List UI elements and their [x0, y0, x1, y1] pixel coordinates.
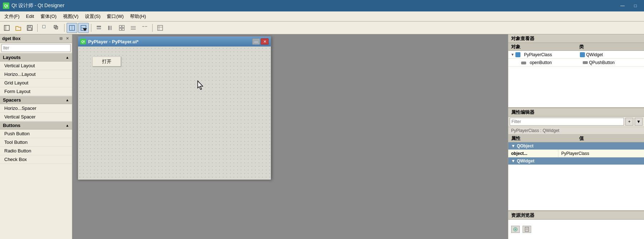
oi-cell-openbutton-type: QPushButton [581, 60, 644, 65]
toolbar-layout1[interactable] [67, 23, 77, 33]
oi-cell-class-type: QWidget [578, 52, 644, 57]
widget-box-float-btn[interactable]: ⊟ [58, 36, 63, 41]
svg-rect-16 [110, 26, 112, 30]
oi-cell-openbutton-name: openButton [528, 60, 581, 65]
toolbar-grid-layout[interactable] [116, 23, 127, 33]
widget-box-header: dget Box ⊟ ✕ [0, 34, 72, 43]
pe-dropdown-btn[interactable]: ▼ [635, 118, 643, 126]
oi-columns: 对象 类 [508, 43, 644, 51]
oi-cell-class-name: PyPlayerClass [522, 52, 578, 57]
pe-row-objectname[interactable]: object... PyPlayerClass [508, 150, 644, 157]
widget-check-box[interactable]: Check Box [0, 155, 72, 164]
widget-grid-layout[interactable]: Grid Layout [0, 79, 72, 87]
menu-file[interactable]: 文件(F) [1, 13, 23, 20]
oi-row-pyplayer[interactable]: ▼ PyPlayerClass QWidget [508, 51, 644, 59]
designer-window-controls: — ✕ [252, 38, 269, 45]
category-spacers-arrow: ▲ [66, 98, 69, 102]
menu-view[interactable]: 视图(V) [60, 13, 81, 20]
toolbar-sep-2 [64, 24, 64, 32]
toolbar-save[interactable] [24, 23, 35, 33]
rb-edit-btn[interactable] [511, 226, 520, 233]
svg-rect-3 [28, 25, 30, 27]
svg-rect-15 [108, 26, 110, 30]
pe-col-attr: 属性 [508, 135, 576, 142]
menu-form[interactable]: 窗体(O) [38, 13, 59, 20]
designer-window-titlebar: Qt PyPlayer - PyPlayer.ui* — ✕ [78, 36, 271, 47]
oi-col-class: 类 [576, 44, 644, 50]
menu-edit[interactable]: Edit [23, 13, 37, 20]
menu-help[interactable]: 帮助(H) [127, 13, 149, 20]
widget-box: dget Box ⊟ ✕ Layouts ▲ Vertical Layout H… [0, 34, 72, 239]
widget-radio-button[interactable]: Radio Button [0, 147, 72, 155]
svg-rect-32 [525, 227, 529, 231]
pe-add-btn[interactable]: + [625, 118, 633, 126]
svg-rect-18 [122, 25, 124, 28]
object-inspector: 对象查看器 对象 类 ▼ PyPlayerClass QWidget [508, 34, 644, 108]
widget-box-close-btn[interactable]: ✕ [65, 36, 70, 41]
pe-section-qwidget-expand: ▼ [511, 158, 515, 164]
window-controls: — □ [617, 2, 641, 9]
toolbar-horiz-layout[interactable] [105, 23, 116, 33]
canvas-area[interactable]: Qt PyPlayer - PyPlayer.ui* — ✕ 打开 [72, 34, 508, 239]
svg-rect-17 [119, 25, 121, 28]
main-area: dget Box ⊟ ✕ Layouts ▲ Vertical Layout H… [0, 34, 644, 239]
toolbar-adjust[interactable] [155, 23, 165, 33]
toolbar [0, 21, 644, 34]
category-layouts[interactable]: Layouts ▲ [0, 53, 72, 62]
category-buttons[interactable]: Buttons ▲ [0, 121, 72, 130]
svg-rect-0 [4, 25, 9, 30]
svg-rect-4 [28, 28, 32, 30]
rb-file-btn[interactable] [523, 226, 531, 233]
oi-expand-1: ▼ [510, 53, 515, 57]
toolbar-layout2[interactable] [78, 23, 89, 33]
oi-row-openbutton[interactable]: openButton QPushButton [508, 59, 644, 67]
designer-window-body[interactable]: 打开 [78, 47, 271, 180]
toolbar-new[interactable] [1, 23, 12, 33]
designer-qt-logo: Qt [80, 39, 86, 44]
widget-filter-input[interactable] [1, 44, 71, 52]
maximize-button[interactable]: □ [630, 2, 641, 9]
pe-filter-row: + ▼ [508, 117, 644, 127]
pe-col-value: 值 [576, 135, 644, 142]
widget-form-layout[interactable]: Form Layout [0, 87, 72, 96]
toolbar-open[interactable] [13, 23, 24, 33]
designer-window[interactable]: Qt PyPlayer - PyPlayer.ui* — ✕ 打开 [78, 36, 271, 179]
pe-prop-objectname: object... [508, 150, 558, 157]
designer-window-title: PyPlayer - PyPlayer.ui* [88, 39, 250, 44]
designer-close-btn[interactable]: ✕ [261, 38, 269, 45]
pe-section-qobject-label: QObject [517, 143, 534, 148]
minimize-button[interactable]: — [617, 2, 628, 9]
widget-box-title: dget Box [2, 36, 20, 41]
toolbar-sep-1 [37, 24, 38, 32]
svg-rect-26 [158, 25, 163, 30]
widget-vertical-layout[interactable]: Vertical Layout [0, 62, 72, 70]
menu-settings[interactable]: 设置(S) [82, 13, 103, 20]
category-buttons-label: Buttons [3, 123, 20, 128]
pe-columns: 属性 值 [508, 135, 644, 142]
pe-section-qwidget: ▼ QWidget [508, 157, 644, 165]
toolbar-break-layout[interactable] [139, 23, 150, 33]
pe-header: 属性编辑器 [508, 108, 644, 117]
menu-window[interactable]: 窗口(W) [104, 13, 126, 20]
widget-horiz-spacer[interactable]: Horizo...Spacer [0, 104, 72, 113]
toolbar-cut[interactable] [40, 23, 51, 33]
widget-vertical-spacer[interactable]: Vertical Spacer [0, 113, 72, 121]
designer-minimize-btn[interactable]: — [252, 38, 260, 45]
app-title: Qt 设计师 - Qt Designer [11, 3, 615, 9]
widget-horiz-layout[interactable]: Horizo...Layout [0, 70, 72, 79]
widget-push-button[interactable]: Push Button [0, 130, 72, 138]
toolbar-vert-layout[interactable] [93, 23, 104, 33]
toolbar-sep-3 [91, 24, 91, 32]
category-spacers-label: Spacers [3, 97, 21, 103]
pe-filter-input[interactable] [510, 118, 624, 126]
category-buttons-arrow: ▲ [66, 123, 69, 127]
category-spacers[interactable]: Spacers ▲ [0, 96, 72, 104]
pe-val-objectname: PyPlayerClass [558, 151, 644, 156]
property-editor: 属性编辑器 + ▼ PyPlayerClass : QWidget 属性 值 ▼… [508, 108, 644, 210]
title-bar: Qt Qt 设计师 - Qt Designer — □ [0, 0, 644, 11]
toolbar-form-layout[interactable] [128, 23, 139, 33]
open-button[interactable]: 打开 [92, 57, 121, 67]
widget-box-content: Layouts ▲ Vertical Layout Horizo...Layou… [0, 53, 72, 239]
widget-tool-button[interactable]: Tool Button [0, 138, 72, 147]
toolbar-copy[interactable] [51, 23, 62, 33]
